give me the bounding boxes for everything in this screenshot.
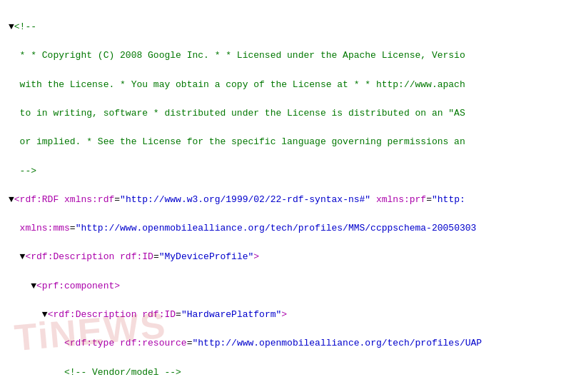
line-comment-license: with the License. * You may obtain a cop… xyxy=(9,78,562,92)
line-rdf-desc-hw: ▼<rdf:Description rdf:ID="HardwarePlatfo… xyxy=(9,308,562,322)
line-rdf-rdf: ▼<rdf:RDF xmlns:rdf="http://www.w3.org/1… xyxy=(9,193,562,207)
line-rdf-desc-outer: ▼<rdf:Description rdf:ID="MyDeviceProfil… xyxy=(9,250,562,264)
line-rdf-type: <rdf:type rdf:resource="http://www.openm… xyxy=(9,336,562,351)
line-prf-component: ▼<prf:component> xyxy=(9,279,562,293)
line-comment-start: ▼<!-- xyxy=(9,20,562,34)
line-comment-implied: or implied. * See the License for the sp… xyxy=(9,135,562,149)
line-comment-copy: * * Copyright (C) 2008 Google Inc. * * L… xyxy=(9,49,562,63)
line-comment-vendor: <!-- Vendor/model --> xyxy=(9,366,562,380)
line-comment-end: --> xyxy=(9,164,562,179)
line-xmlns-mms: xmlns:mms="http://www.openmobilealliance… xyxy=(9,221,562,236)
line-comment-writing: to in writing, software * distributed un… xyxy=(9,106,562,121)
code-view: ▼<!-- * * Copyright (C) 2008 Google Inc.… xyxy=(0,0,571,392)
